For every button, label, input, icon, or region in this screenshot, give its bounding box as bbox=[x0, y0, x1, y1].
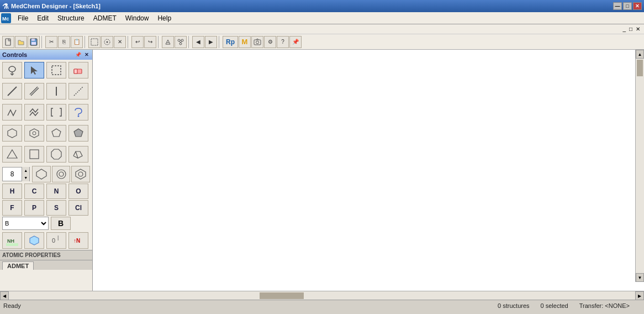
ring-spiro-tool[interactable] bbox=[52, 166, 71, 182]
select-all-button[interactable] bbox=[88, 36, 101, 48]
scroll-down-button[interactable]: ▼ bbox=[636, 273, 644, 282]
octagon-tool[interactable] bbox=[46, 146, 66, 163]
ring-tools-grid2 bbox=[0, 144, 92, 165]
bond-tools-grid bbox=[0, 81, 92, 102]
triangle-tool[interactable] bbox=[2, 146, 22, 163]
cyclopent-dark-tool[interactable] bbox=[68, 125, 88, 142]
prev-button[interactable]: ◀ bbox=[192, 36, 204, 48]
admet-tab[interactable]: ADMET bbox=[2, 261, 34, 270]
ring-highlight-tool[interactable] bbox=[24, 232, 44, 249]
minimize-button[interactable]: — bbox=[613, 2, 622, 10]
menu-help[interactable]: Help bbox=[153, 13, 176, 23]
spinner-up[interactable]: ▲ bbox=[22, 167, 29, 174]
new-button[interactable] bbox=[2, 36, 14, 48]
sep-3 bbox=[128, 36, 130, 48]
rp-button[interactable]: Rp bbox=[223, 36, 238, 48]
horizontal-scrollbar: ◀ ▶ bbox=[0, 291, 644, 300]
ring-fused2-tool[interactable] bbox=[71, 166, 90, 182]
fused-ring-tool[interactable] bbox=[68, 146, 88, 163]
help-button[interactable]: ? bbox=[277, 36, 289, 48]
pin-button[interactable]: 📌 bbox=[289, 36, 302, 48]
canvas-area[interactable]: ▲ ▼ bbox=[93, 50, 644, 291]
menu-window[interactable]: Window bbox=[121, 13, 154, 23]
rect-select-tool[interactable] bbox=[46, 62, 66, 78]
atom-s[interactable]: S bbox=[46, 200, 66, 216]
zigzag-tool[interactable] bbox=[24, 104, 44, 121]
delete-button[interactable]: ✕ bbox=[114, 36, 126, 48]
bracket-tool[interactable] bbox=[46, 104, 66, 121]
svg-rect-2 bbox=[6, 39, 10, 45]
line-tool[interactable] bbox=[46, 83, 66, 100]
scroll-track-horizontal[interactable] bbox=[9, 291, 635, 300]
cut-button[interactable]: ✂ bbox=[45, 36, 57, 48]
sep-1 bbox=[41, 36, 44, 48]
atom-h[interactable]: H bbox=[2, 184, 22, 199]
menu-structure[interactable]: Structure bbox=[53, 13, 89, 23]
bond-bold-button[interactable]: B bbox=[51, 217, 71, 230]
cyclohex-tool[interactable] bbox=[24, 125, 44, 142]
svg-rect-16 bbox=[254, 40, 261, 45]
menu-file[interactable]: File bbox=[13, 13, 33, 23]
app-logo: Mc bbox=[1, 13, 11, 23]
atom-o[interactable]: O bbox=[68, 184, 88, 199]
group-button[interactable] bbox=[175, 36, 187, 48]
erase-tool[interactable] bbox=[68, 62, 88, 78]
atom-p[interactable]: P bbox=[24, 200, 44, 216]
mdi-minimize[interactable]: _ bbox=[621, 26, 627, 32]
menu-admet[interactable]: ADMET bbox=[89, 13, 121, 23]
mdi-close[interactable]: ✕ bbox=[634, 26, 642, 32]
open-button[interactable] bbox=[15, 36, 27, 48]
cyclopent-tool[interactable] bbox=[46, 125, 66, 142]
atom-f[interactable]: F bbox=[2, 200, 22, 216]
atom-c[interactable]: C bbox=[24, 184, 44, 199]
spinner-down[interactable]: ▼ bbox=[22, 174, 29, 181]
chain-tool[interactable] bbox=[2, 104, 22, 121]
chain-tools-grid bbox=[0, 102, 92, 123]
arrow-select-tool[interactable] bbox=[24, 62, 44, 78]
square-tool[interactable] bbox=[24, 146, 44, 163]
close-button[interactable]: ✕ bbox=[633, 2, 642, 10]
controls-close-button[interactable]: ✕ bbox=[83, 52, 90, 57]
vertical-scrollbar[interactable]: ▲ ▼ bbox=[635, 50, 644, 282]
maximize-button[interactable]: □ bbox=[623, 2, 632, 10]
ring-size-spinner[interactable]: 8 ▲ ▼ bbox=[2, 167, 30, 181]
next-button[interactable]: ▶ bbox=[205, 36, 217, 48]
atom-map-button[interactable]: ↑N bbox=[68, 232, 88, 249]
admet-tab-bar: ADMET bbox=[0, 260, 92, 270]
lasso-button[interactable] bbox=[101, 36, 113, 48]
dash-bond-tool[interactable] bbox=[68, 83, 88, 100]
atom-cl[interactable]: Cl bbox=[68, 200, 88, 216]
paste-button[interactable]: 📋 bbox=[71, 36, 83, 48]
scroll-right-button[interactable]: ▶ bbox=[635, 291, 644, 300]
svg-marker-31 bbox=[52, 129, 61, 137]
redo-button[interactable]: ↪ bbox=[144, 36, 156, 48]
query-tool[interactable] bbox=[68, 104, 88, 121]
mdi-restore[interactable]: □ bbox=[627, 26, 634, 32]
scroll-track-vertical[interactable] bbox=[636, 59, 644, 273]
settings-button[interactable]: ⚙ bbox=[264, 36, 276, 48]
clean-button[interactable] bbox=[162, 36, 174, 48]
camera-button[interactable] bbox=[251, 36, 263, 48]
bond-type-select[interactable]: B Br I Si Se bbox=[2, 217, 49, 230]
benzene-tool[interactable] bbox=[2, 125, 22, 142]
atom-n[interactable]: N bbox=[46, 184, 66, 199]
controls-pin-button[interactable]: 📌 bbox=[74, 52, 82, 57]
scroll-up-button[interactable]: ▲ bbox=[636, 50, 644, 59]
lasso-select-tool[interactable] bbox=[2, 62, 22, 78]
single-bond-tool[interactable] bbox=[2, 83, 22, 100]
ring-cyclo-tool[interactable] bbox=[32, 166, 51, 182]
copy-button[interactable]: ⎘ bbox=[58, 36, 70, 48]
menu-edit[interactable]: Edit bbox=[33, 13, 53, 23]
scroll-thumb-horizontal[interactable] bbox=[260, 292, 304, 299]
scroll-left-button[interactable]: ◀ bbox=[0, 291, 9, 300]
ring-tools-grid1 bbox=[0, 123, 92, 144]
charge-tool-button[interactable]: 0| bbox=[46, 232, 66, 249]
undo-button[interactable]: ↩ bbox=[131, 36, 144, 48]
sep-5 bbox=[188, 36, 191, 48]
svg-marker-40 bbox=[76, 169, 86, 179]
m-button[interactable]: M bbox=[239, 36, 251, 48]
save-button[interactable] bbox=[28, 36, 40, 48]
nh-tool-button[interactable]: NH bbox=[2, 232, 22, 249]
scroll-thumb-vertical[interactable] bbox=[637, 60, 643, 76]
double-bond-tool[interactable] bbox=[24, 83, 44, 100]
